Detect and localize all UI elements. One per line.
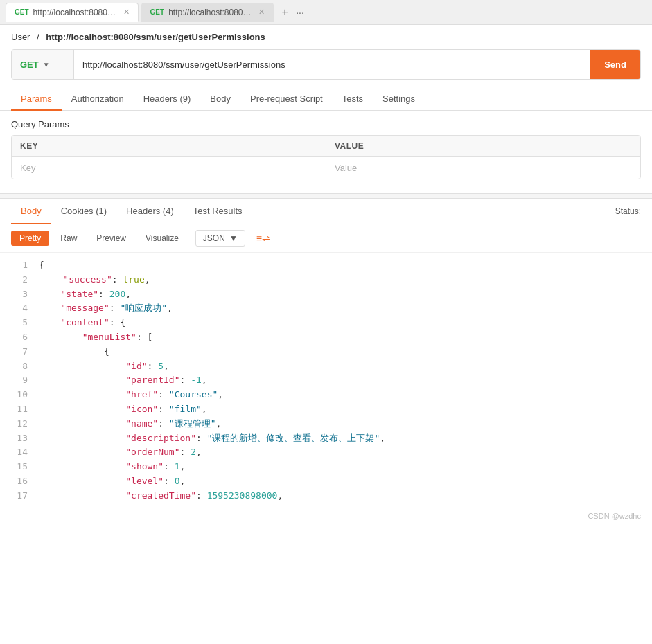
tab-method-2: GET — [150, 8, 165, 16]
new-tab-button[interactable]: + — [276, 4, 293, 21]
method-label: GET — [20, 60, 39, 70]
format-visualize-button[interactable]: Visualize — [137, 231, 187, 246]
resp-tab-test-results[interactable]: Test Results — [184, 199, 252, 224]
format-raw-button[interactable]: Raw — [52, 231, 85, 246]
breadcrumb-separator: / — [37, 32, 39, 42]
tab-url-1: http://localhost:8080/ss... — [33, 8, 116, 17]
url-input[interactable] — [74, 50, 590, 79]
tab-prerequest[interactable]: Pre-request Script — [240, 88, 333, 111]
json-line-6: 6 "menuList": [ — [11, 330, 641, 345]
col-value-header: VALUE — [326, 136, 640, 156]
tab-params[interactable]: Params — [11, 88, 62, 111]
json-line-2: 2 "success": true, — [11, 273, 641, 287]
json-line-7: 7 { — [11, 345, 641, 359]
format-preview-button[interactable]: Preview — [88, 231, 134, 246]
method-chevron-icon: ▼ — [43, 61, 50, 69]
tab-url-2: http://localhost:8080/ss... — [168, 8, 252, 17]
query-params-label: Query Params — [0, 111, 652, 135]
more-tabs-button[interactable]: ··· — [296, 7, 304, 18]
format-type-chevron-icon: ▼ — [229, 233, 238, 243]
params-key-input[interactable]: Key — [12, 157, 326, 179]
json-line-17: 17 "createdTime": 1595230898000, — [11, 489, 641, 503]
breadcrumb: User / http://localhost:8080/ssm/user/ge… — [0, 25, 652, 49]
json-line-8: 8 "id": 5, — [11, 359, 641, 374]
response-tabs-bar: Body Cookies (1) Headers (4) Test Result… — [0, 199, 652, 224]
tab-method-1: GET — [15, 8, 29, 16]
section-divider — [0, 193, 652, 199]
resp-tab-cookies[interactable]: Cookies (1) — [51, 199, 116, 224]
tab-authorization[interactable]: Authorization — [62, 88, 134, 111]
params-row-placeholder: Key Value — [12, 157, 640, 179]
json-line-3: 3 "state": 200, — [11, 287, 641, 302]
tab-settings[interactable]: Settings — [373, 88, 425, 111]
resp-tab-headers[interactable]: Headers (4) — [116, 199, 184, 224]
format-pretty-button[interactable]: Pretty — [11, 231, 49, 246]
json-line-9: 9 "parentId": -1, — [11, 373, 641, 388]
json-line-14: 14 "orderNum": 2, — [11, 445, 641, 460]
browser-tab-bar: GET http://localhost:8080/ss... ✕ GET ht… — [0, 0, 652, 25]
params-table: KEY VALUE Key Value — [11, 135, 641, 179]
tab-tests[interactable]: Tests — [333, 88, 373, 111]
json-line-10: 10 "href": "Courses", — [11, 388, 641, 402]
tab-close-1[interactable]: ✕ — [123, 8, 130, 17]
json-viewer: 1 { 2 "success": true, 3 "state": 200, 4… — [0, 253, 652, 509]
tab-body[interactable]: Body — [200, 88, 240, 111]
watermark: CSDN @wzdhc — [0, 509, 652, 523]
col-key-header: KEY — [12, 136, 326, 156]
params-header: KEY VALUE — [12, 136, 640, 157]
json-line-15: 15 "shown": 1, — [11, 460, 641, 474]
tab-1[interactable]: GET http://localhost:8080/ss... ✕ — [6, 3, 139, 22]
json-line-12: 12 "name": "课程管理", — [11, 417, 641, 431]
response-tabs: Body Cookies (1) Headers (4) Test Result… — [11, 199, 252, 224]
json-line-5: 5 "content": { — [11, 316, 641, 330]
json-line-1: 1 { — [11, 258, 641, 273]
status-label: Status: — [615, 206, 641, 216]
breadcrumb-parent[interactable]: User — [11, 32, 30, 42]
breadcrumb-current: http://localhost:8080/ssm/user/getUserPe… — [46, 32, 265, 42]
resp-tab-body[interactable]: Body — [11, 199, 51, 224]
json-line-11: 11 "icon": "film", — [11, 402, 641, 417]
format-type-select[interactable]: JSON ▼ — [195, 230, 245, 247]
tab-2[interactable]: GET http://localhost:8080/ss... ✕ — [141, 3, 274, 22]
method-selector[interactable]: GET ▼ — [12, 50, 74, 79]
send-button[interactable]: Send — [590, 50, 640, 79]
json-line-13: 13 "description": "课程的新增、修改、查看、发布、上下架", — [11, 431, 641, 446]
format-bar: Pretty Raw Preview Visualize JSON ▼ ≡⇌ — [0, 224, 652, 253]
request-tabs: Params Authorization Headers (9) Body Pr… — [0, 88, 652, 111]
tab-close-2[interactable]: ✕ — [258, 8, 265, 17]
tab-headers[interactable]: Headers (9) — [134, 88, 201, 111]
params-value-input[interactable]: Value — [326, 157, 640, 179]
json-line-16: 16 "level": 0, — [11, 474, 641, 489]
request-bar: GET ▼ Send — [11, 49, 641, 80]
json-line-4: 4 "message": "响应成功", — [11, 301, 641, 316]
wrap-text-icon[interactable]: ≡⇌ — [252, 230, 274, 247]
format-type-label: JSON — [203, 233, 225, 243]
